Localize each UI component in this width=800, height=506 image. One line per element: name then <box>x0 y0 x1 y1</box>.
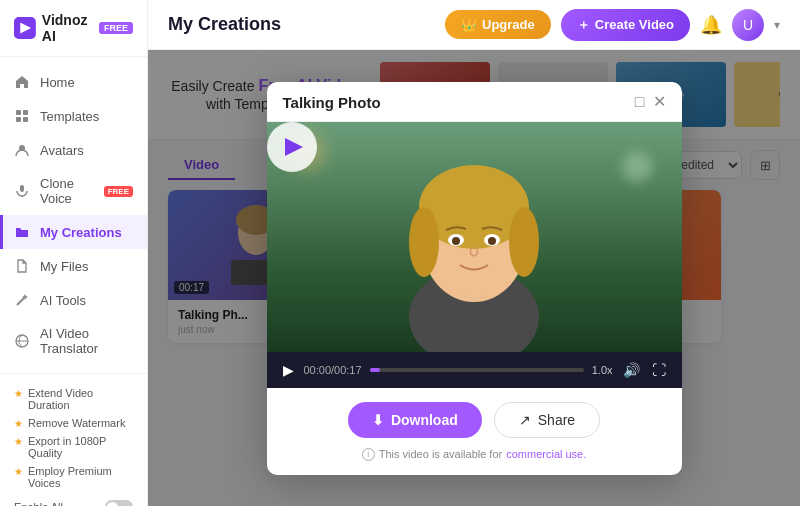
sidebar: Vidnoz AI FREE Home Templates Avatars <box>0 0 148 506</box>
sidebar-nav: Home Templates Avatars Clone Voice FREE <box>0 57 147 373</box>
create-video-button[interactable]: ＋ Create Video <box>561 9 690 41</box>
sidebar-item-ai-tools[interactable]: AI Tools <box>0 283 147 317</box>
volume-button[interactable]: 🔊 <box>621 360 642 380</box>
modal-header-buttons: □ ✕ <box>635 94 666 110</box>
avatar-dropdown-button[interactable]: ▾ <box>774 18 780 32</box>
play-button[interactable] <box>267 122 317 172</box>
sidebar-item-my-creations[interactable]: My Creations <box>0 215 147 249</box>
sidebar-item-ai-video-translator[interactable]: AI Video Translator <box>0 317 147 365</box>
sidebar-label-templates: Templates <box>40 109 99 124</box>
grid-icon <box>14 108 30 124</box>
time-display: 00:00/00:17 <box>304 364 362 376</box>
create-label: Create Video <box>595 17 674 32</box>
download-icon: ⬇ <box>372 412 384 428</box>
logo: Vidnoz AI FREE <box>0 0 147 57</box>
modal-close-button[interactable]: ✕ <box>653 94 666 110</box>
user-icon <box>14 142 30 158</box>
sidebar-label-my-files: My Files <box>40 259 88 274</box>
crown-icon: 👑 <box>461 17 477 32</box>
content-area: Easily Create Free AI Videos with Templa… <box>148 50 800 506</box>
sidebar-label-clone-voice: Clone Voice <box>40 176 92 206</box>
svg-line-9 <box>17 298 24 305</box>
notification-button[interactable]: 🔔 <box>700 14 722 36</box>
commercial-link[interactable]: commercial use. <box>506 448 586 460</box>
svg-rect-3 <box>23 110 28 115</box>
sidebar-item-avatars[interactable]: Avatars <box>0 133 147 167</box>
upgrade-features-section: ★Extend Video Duration ★Remove Watermark… <box>0 373 147 506</box>
sidebar-label-ai-video-translator: AI Video Translator <box>40 326 133 356</box>
talking-photo-modal: Talking Photo □ ✕ <box>267 82 682 475</box>
modal-overlay[interactable]: Talking Photo □ ✕ <box>148 50 800 506</box>
wand-icon <box>14 292 30 308</box>
sidebar-label-my-creations: My Creations <box>40 225 122 240</box>
sidebar-item-home[interactable]: Home <box>0 65 147 99</box>
svg-rect-7 <box>20 185 24 192</box>
speed-label: 1.0x <box>592 364 613 376</box>
plus-icon: ＋ <box>577 16 590 34</box>
feature-watermark: ★Remove Watermark <box>14 414 133 432</box>
svg-point-28 <box>452 237 460 245</box>
sidebar-item-clone-voice[interactable]: Clone Voice FREE <box>0 167 147 215</box>
sidebar-label-home: Home <box>40 75 75 90</box>
avatar-initial: U <box>743 17 753 33</box>
download-button[interactable]: ⬇ Download <box>348 402 482 438</box>
main-content: My Creations 👑 Upgrade ＋ Create Video 🔔 … <box>148 0 800 506</box>
user-avatar[interactable]: U <box>732 9 764 41</box>
clone-voice-badge: FREE <box>104 186 133 197</box>
page-title: My Creations <box>168 14 281 35</box>
progress-bar[interactable] <box>370 368 584 372</box>
modal-footer: ⬇ Download ↗ Share i This video is avail… <box>267 388 682 475</box>
vidnoz-logo-icon <box>14 14 36 42</box>
enable-all-toggle[interactable] <box>105 500 133 506</box>
sidebar-item-my-files[interactable]: My Files <box>0 249 147 283</box>
folder-icon <box>14 224 30 240</box>
sidebar-label-avatars: Avatars <box>40 143 84 158</box>
modal-video-area <box>267 122 682 352</box>
sidebar-label-ai-tools: AI Tools <box>40 293 86 308</box>
globe-icon <box>14 333 30 349</box>
upgrade-button[interactable]: 👑 Upgrade <box>445 10 551 39</box>
modal-header: Talking Photo □ ✕ <box>267 82 682 122</box>
home-icon <box>14 74 30 90</box>
video-controls: ▶ 00:00/00:17 1.0x 🔊 ⛶ <box>267 352 682 388</box>
commercial-note: i This video is available for commercial… <box>362 448 587 461</box>
feature-voices: ★Employ Premium Voices <box>14 462 133 492</box>
svg-point-30 <box>488 237 496 245</box>
svg-point-26 <box>509 207 539 277</box>
sidebar-item-templates[interactable]: Templates <box>0 99 147 133</box>
plan-badge: FREE <box>99 22 133 34</box>
feature-extend: ★Extend Video Duration <box>14 384 133 414</box>
feature-1080p: ★Export in 1080P Quality <box>14 432 133 462</box>
modal-minimize-button[interactable]: □ <box>635 94 645 110</box>
svg-point-25 <box>409 207 439 277</box>
modal-actions: ⬇ Download ↗ Share <box>348 402 600 438</box>
share-button[interactable]: ↗ Share <box>494 402 600 438</box>
fullscreen-button[interactable]: ⛶ <box>650 360 668 380</box>
play-pause-button[interactable]: ▶ <box>281 360 296 380</box>
play-triangle-icon <box>285 138 303 156</box>
enable-all-label: Enable All <box>14 501 63 506</box>
modal-title: Talking Photo <box>283 94 381 111</box>
topbar: My Creations 👑 Upgrade ＋ Create Video 🔔 … <box>148 0 800 50</box>
topbar-actions: 👑 Upgrade ＋ Create Video 🔔 U ▾ <box>445 9 780 41</box>
svg-rect-5 <box>23 117 28 122</box>
mic-icon <box>14 183 30 199</box>
file-icon <box>14 258 30 274</box>
app-name: Vidnoz AI <box>42 12 91 44</box>
progress-fill <box>370 368 381 372</box>
share-icon: ↗ <box>519 412 531 428</box>
bell-icon: 🔔 <box>700 15 722 35</box>
info-icon: i <box>362 448 375 461</box>
svg-rect-2 <box>16 110 21 115</box>
svg-rect-4 <box>16 117 21 122</box>
